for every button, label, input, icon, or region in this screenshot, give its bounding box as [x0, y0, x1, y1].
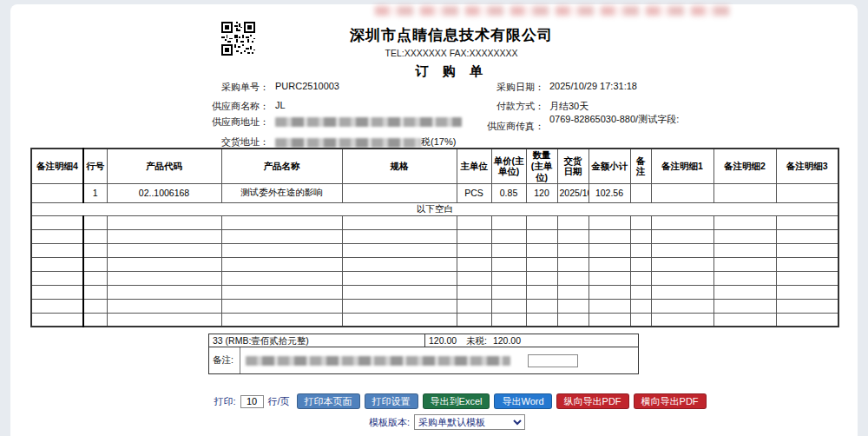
column-header: 数量(主单位)	[526, 149, 557, 183]
column-header: 金额小计	[589, 149, 630, 183]
cell	[651, 215, 713, 229]
blank-row-label: 以下空白	[31, 202, 838, 215]
cell	[221, 215, 342, 229]
cell	[651, 229, 713, 243]
purchase-date-label: 采购日期：	[466, 81, 544, 94]
supplier-fax-label: 供应商传真：	[466, 120, 544, 133]
cell	[776, 313, 838, 327]
column-header: 交货日期	[557, 149, 589, 183]
cell	[713, 313, 776, 327]
cell	[630, 271, 651, 285]
action-button[interactable]: 横向导出PDF	[634, 393, 707, 409]
cell	[221, 271, 342, 285]
untaxed-value: 120.00	[493, 335, 521, 346]
cell: 1	[83, 183, 107, 202]
cell	[342, 243, 457, 257]
cell: 02..1006168	[107, 183, 221, 202]
purchase-order-no-label: 采购单号：	[191, 81, 269, 94]
redacted-header-text	[375, 6, 729, 16]
cell	[526, 229, 557, 243]
cell	[776, 229, 838, 243]
column-header: 规格	[342, 149, 457, 183]
payment-terms-label: 付款方式：	[466, 100, 544, 113]
action-buttons: 打印本页面打印设置导出到Excel导出Word纵向导出PDF横向导出PDF	[297, 393, 707, 409]
cell	[776, 299, 838, 313]
amount-value: 120.00	[429, 335, 457, 346]
cell	[342, 271, 457, 285]
cell	[526, 313, 557, 327]
cell	[491, 313, 526, 327]
cell: 0.85	[491, 183, 526, 202]
purchase-date-value: 2025/10/29 17:31:18	[549, 81, 637, 91]
summary-row-remark: 备注:	[209, 347, 638, 373]
action-button[interactable]: 打印设置	[365, 393, 418, 409]
cell	[457, 215, 491, 229]
cell	[589, 229, 630, 243]
supplier-name-value: JL	[275, 100, 286, 110]
table-row-empty	[31, 285, 838, 299]
cell	[83, 257, 107, 271]
table-row-empty	[31, 215, 838, 229]
tel-fax-line: TEL:XXXXXXX FAX:XXXXXXXX	[217, 48, 686, 58]
company-name: 深圳市点睛信息技术有限公司	[217, 25, 686, 45]
cell	[651, 313, 713, 327]
cell	[83, 215, 107, 229]
cell	[630, 229, 651, 243]
cell	[221, 229, 342, 243]
payment-terms-value: 月结30天	[549, 100, 589, 113]
cell	[31, 271, 83, 285]
cell	[342, 299, 457, 313]
action-button[interactable]: 打印本页面	[297, 393, 360, 409]
cell	[491, 229, 526, 243]
cell	[713, 183, 776, 202]
cell	[651, 285, 713, 299]
rows-per-page-input[interactable]	[240, 395, 264, 408]
tax-note: 税(17%)	[421, 136, 456, 147]
cell	[491, 285, 526, 299]
template-version-select[interactable]: 采购单默认模板	[414, 414, 525, 430]
cell	[221, 313, 342, 327]
action-button[interactable]: 导出到Excel	[423, 393, 490, 409]
cell	[342, 313, 457, 327]
cell	[457, 229, 491, 243]
cell	[31, 285, 83, 299]
summary-amount-text: 120.00 未税: 120.00	[425, 334, 638, 347]
cell	[713, 257, 776, 271]
cell	[557, 257, 589, 271]
column-header: 主单位	[457, 149, 491, 183]
cell	[713, 285, 776, 299]
cell: 测试委外在途的影响	[221, 183, 342, 202]
summary-total-text: 33 (RMB:壹佰贰拾元整)	[209, 334, 425, 347]
document-title: 订 购 单	[217, 63, 686, 80]
cell	[526, 271, 557, 285]
cell	[630, 313, 651, 327]
cell	[83, 243, 107, 257]
column-header: 产品名称	[221, 149, 342, 183]
action-button[interactable]: 纵向导出PDF	[556, 393, 629, 409]
delivery-address-redacted: 税(17%)	[275, 135, 456, 149]
cell: PCS	[457, 183, 491, 202]
order-table: 备注明细4行号产品代码产品名称规格主单位单价(主单位)数量(主单位)交货日期金额…	[30, 148, 839, 327]
cell	[557, 299, 589, 313]
table-row-empty	[31, 299, 838, 313]
cell	[630, 257, 651, 271]
cell	[589, 215, 630, 229]
cell	[526, 257, 557, 271]
cell	[457, 243, 491, 257]
cell	[713, 271, 776, 285]
table-row-empty	[31, 243, 838, 257]
cell	[651, 183, 713, 202]
cell	[589, 313, 630, 327]
summary-row-totals: 33 (RMB:壹佰贰拾元整) 120.00 未税: 120.00	[209, 334, 638, 347]
column-header: 单价(主单位)	[491, 149, 526, 183]
supplier-address-label: 供应商地址：	[191, 116, 269, 129]
action-button[interactable]: 导出Word	[494, 393, 551, 409]
cell	[491, 257, 526, 271]
table-row-empty	[31, 257, 838, 271]
cell	[491, 215, 526, 229]
cell	[107, 271, 221, 285]
cell	[342, 183, 457, 202]
delivery-address-label: 交货地址：	[191, 135, 269, 149]
cell	[651, 299, 713, 313]
cell	[776, 215, 838, 229]
